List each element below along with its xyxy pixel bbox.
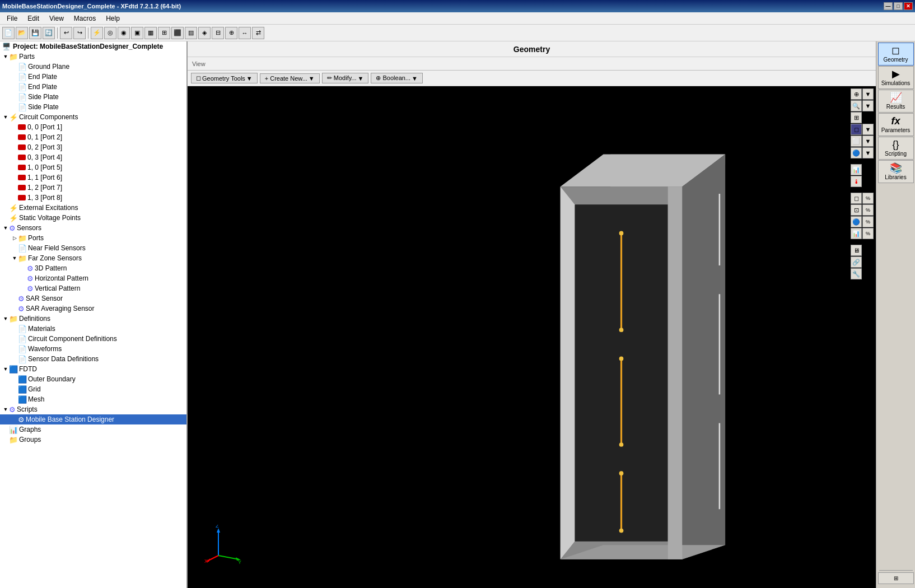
tree-waveforms[interactable]: 📄 Waveforms — [0, 344, 186, 354]
vp-zoom-btn[interactable]: 🔍 — [851, 100, 862, 111]
tree-side-plate-1[interactable]: 📄 Side Plate — [0, 92, 186, 102]
right-results-btn[interactable]: 📈 Results — [878, 90, 914, 113]
right-libraries-btn[interactable]: 📚 Libraries — [878, 160, 914, 183]
tree-mesh[interactable]: 🟦 Mesh — [0, 394, 186, 404]
right-scripting-btn[interactable]: {} Scripting — [878, 137, 914, 160]
def-toggle[interactable]: ▼ — [2, 316, 9, 321]
modify-btn[interactable]: ✏ Modify... ▼ — [322, 73, 369, 83]
tree-circuit-components[interactable]: ▼ ⚡ Circuit Components — [0, 112, 186, 122]
tb2[interactable]: ◎ — [104, 27, 116, 39]
vp-view-btn[interactable]: ⊞ — [851, 112, 862, 123]
minimize-button[interactable]: — — [884, 2, 893, 10]
boolean-btn[interactable]: ⊕ Boolean... ▼ — [371, 73, 422, 83]
right-simulations-btn[interactable]: ▶ Simulations — [878, 66, 914, 89]
cc-toggle[interactable]: ▼ — [2, 114, 9, 120]
vp-shade-btn[interactable]: 🔵 — [851, 147, 862, 158]
tree-3d-pattern[interactable]: ⚙ 3D Pattern — [0, 263, 186, 273]
maximize-button[interactable]: □ — [894, 2, 903, 10]
tree-scripts[interactable]: ▼ ⚙ Scripts — [0, 404, 186, 414]
tree-sar-sensor[interactable]: ⚙ SAR Sensor — [0, 293, 186, 304]
redo-button[interactable]: ↪ — [73, 27, 86, 39]
close-button[interactable]: ✕ — [904, 2, 913, 10]
sens-toggle[interactable]: ▼ — [2, 225, 9, 231]
create-new-btn[interactable]: + Create New... ▼ — [260, 73, 320, 83]
vp-solid-btn[interactable]: ◻ — [851, 124, 862, 135]
tb7[interactable]: ⬛ — [171, 27, 184, 39]
vp-temp-btn[interactable]: 🌡 — [851, 176, 862, 187]
tb13[interactable]: ⇄ — [252, 27, 264, 39]
tree-outer-boundary[interactable]: 🟦 Outer Boundary — [0, 374, 186, 384]
tree-port-6[interactable]: 1, 1 [Port 6] — [0, 172, 186, 183]
vp-pct4-btn[interactable]: 📊 — [851, 228, 862, 239]
vp-screen-btn[interactable]: 🖥 — [851, 245, 862, 256]
fz-toggle[interactable]: ▼ — [11, 255, 18, 261]
vp-nav-btn[interactable]: ⊕ — [851, 88, 862, 100]
tree-ports-folder[interactable]: ▷ 📁 Ports — [0, 233, 186, 243]
tree-port-7[interactable]: 1, 2 [Port 7] — [0, 183, 186, 193]
tree-groups[interactable]: 📁 Groups — [0, 435, 186, 445]
vp-pct1-btn[interactable]: ◻ — [851, 193, 862, 204]
tree-horiz-pattern[interactable]: ⚙ Horizontal Pattern — [0, 273, 186, 283]
vp-wrench-btn[interactable]: 🔧 — [851, 268, 862, 279]
fdtd-toggle[interactable]: ▼ — [2, 366, 9, 372]
menu-view[interactable]: View — [45, 13, 68, 24]
right-bottom-btn1[interactable]: ⊞ — [878, 572, 914, 584]
tree-port-8[interactable]: 1, 3 [Port 8] — [0, 193, 186, 203]
tree-graphs[interactable]: 📊 Graphs — [0, 424, 186, 435]
vp-dropdown-btn[interactable]: ▼ — [862, 88, 874, 100]
tree-vert-pattern[interactable]: ⚙ Vertical Pattern — [0, 283, 186, 293]
tb4[interactable]: ▣ — [131, 27, 143, 39]
vp-pct2-btn[interactable]: ⊡ — [851, 204, 862, 216]
tb1[interactable]: ⚡ — [91, 27, 103, 39]
tree-port-4[interactable]: 0, 3 [Port 4] — [0, 152, 186, 162]
tb10[interactable]: ⊟ — [212, 27, 224, 39]
tb8[interactable]: ▤ — [185, 27, 197, 39]
tree-port-2[interactable]: 0, 1 [Port 2] — [0, 132, 186, 142]
vp-shade-dropdown[interactable]: ▼ — [862, 147, 874, 158]
tree-parts[interactable]: ▼ 📁 Parts — [0, 52, 186, 62]
vp-solid-dropdown[interactable]: ▼ — [862, 124, 874, 135]
vp-wire-btn[interactable]: ⬜ — [851, 136, 862, 147]
tree-sar-avg[interactable]: ⚙ SAR Averaging Sensor — [0, 304, 186, 314]
menu-macros[interactable]: Macros — [69, 13, 100, 24]
vp-pct3-btn[interactable]: 🔵 — [851, 216, 862, 227]
tb11[interactable]: ⊕ — [225, 27, 237, 39]
window-controls[interactable]: — □ ✕ — [884, 2, 913, 10]
menu-edit[interactable]: Edit — [23, 13, 44, 24]
vp-link-btn[interactable]: 🔗 — [851, 256, 862, 268]
tree-static-voltage[interactable]: ⚡ Static Voltage Points — [0, 213, 186, 223]
tree-fdtd[interactable]: ▼ 🟦 FDTD — [0, 364, 186, 374]
tree-circuit-defs[interactable]: 📄 Circuit Component Definitions — [0, 334, 186, 344]
tree-ground-plane[interactable]: 📄 Ground Plane — [0, 62, 186, 72]
menu-help[interactable]: Help — [101, 13, 124, 24]
tree-port-1[interactable]: 0, 0 [Port 1] — [0, 122, 186, 132]
save-button[interactable]: 💾 — [29, 27, 41, 39]
vp-zoom-dropdown[interactable]: ▼ — [862, 100, 874, 111]
tb5[interactable]: ▦ — [144, 27, 157, 39]
tb9[interactable]: ◈ — [198, 27, 211, 39]
scr-toggle[interactable]: ▼ — [2, 407, 9, 412]
vp-chart-btn[interactable]: 📊 — [851, 164, 862, 175]
tree-external-excitations[interactable]: ⚡ External Excitations — [0, 203, 186, 213]
menu-file[interactable]: File — [2, 13, 22, 24]
tree-side-plate-2[interactable]: 📄 Side Plate — [0, 102, 186, 112]
tree-grid[interactable]: 🟦 Grid — [0, 384, 186, 394]
tb6[interactable]: ⊞ — [158, 27, 170, 39]
undo-button[interactable]: ↩ — [60, 27, 72, 39]
tree-port-3[interactable]: 0, 2 [Port 3] — [0, 142, 186, 152]
open-button[interactable]: 📂 — [16, 27, 28, 39]
tree-end-plate-2[interactable]: 📄 End Plate — [0, 82, 186, 92]
tree-mobile-script[interactable]: ⚙ Mobile Base Station Designer — [0, 414, 186, 424]
geometry-tools-btn[interactable]: ◻ Geometry Tools ▼ — [191, 73, 258, 83]
tb12[interactable]: ↔ — [239, 27, 251, 39]
tree-far-zone[interactable]: ▼ 📁 Far Zone Sensors — [0, 253, 186, 263]
tree-materials[interactable]: 📄 Materials — [0, 324, 186, 334]
geo-viewport[interactable]: Z X Y ⊕ ▼ 🔍 ▼ — [188, 86, 876, 588]
tree-definitions[interactable]: ▼ 📁 Definitions — [0, 314, 186, 324]
parts-toggle[interactable]: ▼ — [2, 54, 9, 59]
tree-sensor-data-defs[interactable]: 📄 Sensor Data Definitions — [0, 354, 186, 364]
right-parameters-btn[interactable]: fx Parameters — [878, 113, 914, 136]
tree-end-plate-1[interactable]: 📄 End Plate — [0, 72, 186, 82]
tree-near-field[interactable]: 📄 Near Field Sensors — [0, 243, 186, 253]
tree-sensors[interactable]: ▼ ⚙ Sensors — [0, 223, 186, 233]
